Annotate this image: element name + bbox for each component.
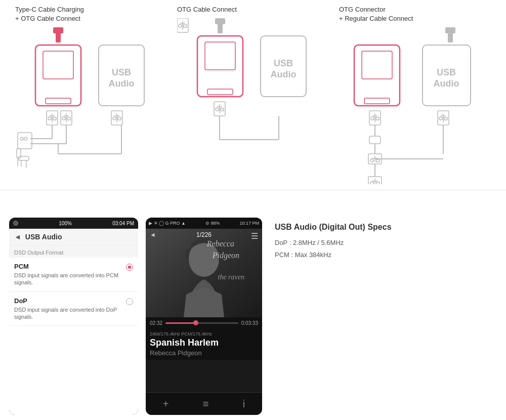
svg-rect-34 [118,117,121,120]
album-artwork-svg: Rebecca Pidgeon the raven [146,229,262,317]
diagram-svg-1: USB Audio [15,27,157,184]
dop-desc: DSD input signals are converted into DoP… [14,306,126,321]
svg-text:the raven: the raven [218,273,244,281]
right-time: 10:17 PM [239,221,259,226]
svg-rect-2 [35,45,81,106]
svg-rect-27 [19,156,29,160]
svg-rect-60 [445,27,455,33]
diagram-svg-3: USB Audio [339,27,481,184]
svg-rect-76 [444,117,447,120]
progress-bar[interactable] [165,322,238,324]
dop-radio[interactable] [126,298,133,305]
svg-rect-55 [184,25,187,27]
svg-text:USB: USB [437,67,456,77]
phone-left-content: ◄ USB Audio DSD Output Format PCM DSD in… [9,229,138,415]
dop-option-text: DoP DSD input signals are converted into… [14,297,126,321]
format-badge: 24bit/176.4kHz PCM/176.4kHz [150,331,258,337]
divider [0,190,506,190]
svg-point-54 [179,24,182,27]
specs-section: USB Audio (Digital Out) Specs DoP : 2.8M… [265,213,506,420]
time-display: 03:04 PM [112,221,134,226]
svg-point-16 [62,117,65,120]
diagram-group-2: OTG Cable Connect USB Audio [177,5,329,175]
queue-icon[interactable]: ≡ [203,398,209,410]
svg-text:Audio: Audio [271,69,297,79]
progress-fill [165,322,196,324]
svg-text:Audio: Audio [109,78,135,89]
current-time: 02:32 [150,320,162,326]
svg-point-70 [371,117,374,120]
dsd-format-label: DSD Output Format [9,245,138,258]
phone-bottom-bar: + ≡ i [146,392,262,415]
right-phone-icons: ▶ ✕ ◯ G PRO ▲ [149,221,186,226]
svg-rect-90 [376,182,380,184]
svg-rect-42 [207,89,233,95]
svg-rect-71 [376,117,379,120]
svg-point-23 [20,137,23,140]
svg-rect-61 [354,45,400,106]
specs-dop: DoP : 2.8MHz / 5.6MHz [275,238,496,248]
menu-icon[interactable]: ☰ [251,231,258,241]
svg-text:Rebecca: Rebecca [206,239,234,248]
phone-left-status-bar: 100% 03:04 PM [9,218,138,229]
right-battery: ⊘ 98% [205,221,220,226]
svg-point-89 [370,182,373,184]
usb-audio-label: USB Audio [25,233,62,241]
svg-rect-4 [46,98,71,104]
svg-rect-1 [53,27,63,33]
svg-point-33 [113,117,116,120]
bottom-section: 100% 03:04 PM ◄ USB Audio DSD Output For… [0,213,506,420]
svg-text:USB: USB [274,58,293,68]
track-info-section: 24bit/176.4kHz PCM/176.4kHz Spanish Harl… [146,328,262,360]
svg-point-83 [370,159,373,162]
info-icon[interactable]: i [243,398,245,410]
svg-rect-62 [362,51,392,79]
diagram-svg-2: USB Audio [177,18,319,175]
svg-text:Pidgeon: Pidgeon [212,251,239,260]
svg-point-75 [439,117,442,120]
dop-title: DoP [14,297,126,305]
phone-left: 100% 03:04 PM ◄ USB Audio DSD Output For… [9,218,138,415]
svg-point-49 [216,108,219,111]
dop-option[interactable]: DoP DSD input signals are converted into… [9,292,138,326]
pcm-option-text: PCM DSD input signals are converted into… [14,263,126,286]
album-art: Rebecca Pidgeon the raven ◄ ☰ 1/226 [146,229,262,317]
svg-rect-41 [205,42,235,70]
phone-circle [13,221,18,226]
diagram-group-1: Type-C Cable Charging + OTG Cable Connec… [15,5,167,184]
svg-rect-78 [369,136,381,144]
svg-rect-39 [215,18,225,24]
svg-text:Audio: Audio [434,78,459,89]
add-icon[interactable]: + [163,398,169,410]
pcm-radio[interactable] [126,264,133,271]
svg-rect-22 [18,133,32,149]
back-arrow-right[interactable]: ◄ [150,231,156,238]
svg-text:USB: USB [112,67,131,77]
progress-bar-container[interactable]: 02:32 0:03:33 [146,317,262,328]
diagram-title-3: OTG Connector + Regular Cable Connect [339,5,413,23]
svg-rect-40 [197,36,243,97]
diagram-section: Type-C Cable Charging + OTG Cable Connec… [0,0,506,192]
specs-title: USB Audio (Digital Out) Specs [275,223,496,232]
back-row[interactable]: ◄ USB Audio [9,229,138,245]
diagram-group-3: OTG Connector + Regular Cable Connect US… [339,5,491,184]
phone-right-status-bar: ▶ ✕ ◯ G PRO ▲ ⊘ 98% 10:17 PM [146,218,262,229]
diagram-title-2: OTG Cable Connect [177,5,237,14]
back-arrow-icon: ◄ [14,233,21,241]
pcm-desc: DSD input signals are converted into PCM… [14,272,126,286]
svg-rect-50 [221,108,224,111]
specs-pcm: PCM : Max 384kHz [275,250,496,260]
pcm-option[interactable]: PCM DSD input signals are converted into… [9,258,138,292]
phone-right: ▶ ✕ ◯ G PRO ▲ ⊘ 98% 10:17 PM [146,218,262,415]
svg-rect-17 [67,117,70,120]
diagram-title-1: Type-C Cable Charging + OTG Cable Connec… [15,5,84,23]
total-time: 0:03:33 [241,320,258,326]
track-artist: Rebecca Pidgeon [150,349,258,357]
progress-dot [193,320,198,325]
pcm-title: PCM [14,263,126,270]
svg-rect-63 [364,98,390,104]
svg-rect-84 [376,159,380,162]
svg-rect-3 [43,51,73,79]
svg-point-24 [24,137,27,140]
track-counter: 1/226 [196,231,212,238]
